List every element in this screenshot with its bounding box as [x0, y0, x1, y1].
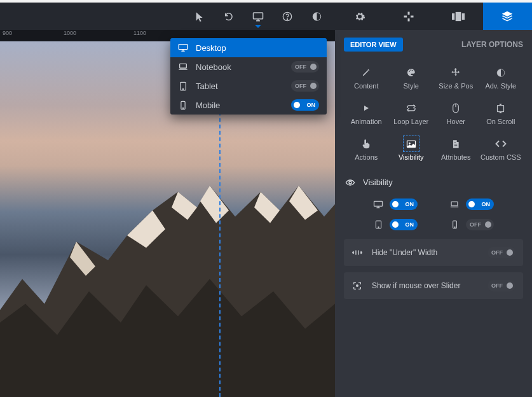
mobile-icon — [449, 219, 460, 230]
eye-icon — [345, 179, 355, 186]
pencil-icon — [360, 67, 372, 78]
panel-header: EDITOR VIEW LAYER OPTIONS — [344, 38, 523, 52]
layer-options-label[interactable]: LAYER OPTIONS — [461, 40, 523, 49]
mountain-image — [0, 148, 335, 397]
svg-rect-24 — [451, 202, 458, 205]
grid-actions[interactable]: Actions — [344, 132, 389, 167]
svg-rect-8 — [452, 13, 454, 20]
svg-rect-19 — [498, 105, 504, 111]
laptop-icon — [178, 63, 188, 71]
toggle-tablet[interactable]: OFF — [291, 80, 319, 92]
editor-view-badge[interactable]: EDITOR VIEW — [344, 38, 403, 52]
visibility-row-2: ON OFF — [344, 219, 523, 230]
svg-point-26 — [378, 227, 378, 228]
svg-rect-4 — [408, 11, 410, 15]
cursor-tool-icon[interactable] — [194, 11, 205, 22]
toggle-notebook[interactable]: OFF — [291, 61, 319, 73]
help-icon[interactable] — [282, 11, 293, 22]
tab-layers[interactable] — [483, 3, 533, 30]
svg-rect-5 — [408, 18, 410, 22]
grid-looplayer[interactable]: Loop Layer — [389, 96, 434, 132]
vis-tablet: ON — [373, 219, 418, 230]
grid-onscroll[interactable]: On Scroll — [479, 96, 524, 132]
svg-rect-7 — [411, 15, 414, 17]
target-icon — [351, 280, 363, 291]
viewport-icon[interactable] — [252, 11, 264, 22]
tablet-icon — [178, 81, 188, 91]
mouse-icon — [450, 102, 461, 114]
code-icon — [495, 138, 507, 150]
grid-attributes[interactable]: Attributes — [433, 132, 479, 167]
toggle-vis-desktop[interactable]: ON — [390, 198, 418, 210]
grid-advstyle[interactable]: Adv. Style — [479, 60, 524, 96]
visibility-row-1: ON ON — [344, 198, 523, 210]
toggle-hide-under[interactable]: OFF — [488, 247, 515, 258]
tab-settings[interactable] — [335, 3, 385, 30]
grid-content[interactable]: Content — [344, 60, 389, 96]
viewport-dropdown: Desktop Notebook OFF Tablet OFF Mobile O… — [170, 38, 327, 115]
file-icon — [450, 138, 461, 150]
section-visibility-header: Visibility — [345, 178, 523, 187]
svg-rect-12 — [180, 64, 187, 68]
contrast-icon — [495, 67, 507, 78]
ruler-tick: 900 — [3, 30, 12, 36]
dropdown-item-mobile[interactable]: Mobile ON — [170, 95, 327, 115]
svg-point-2 — [287, 18, 287, 19]
dropdown-label: Desktop — [196, 43, 319, 53]
toggle-vis-tablet[interactable]: ON — [390, 219, 418, 230]
top-bar — [0, 0, 532, 30]
mobile-icon — [178, 101, 188, 110]
grid-visibility[interactable]: Visibility — [389, 132, 434, 167]
image-icon — [406, 138, 417, 150]
dropdown-label: Notebook — [196, 62, 283, 72]
desktop-icon — [373, 199, 383, 209]
palette-icon — [406, 67, 417, 78]
move-icon — [450, 67, 461, 78]
toggle-vis-mobile[interactable]: OFF — [466, 219, 494, 230]
laptop-icon — [449, 199, 460, 209]
ruler-tick: 1100 — [133, 30, 146, 36]
svg-point-28 — [454, 227, 454, 228]
section-title: Visibility — [363, 178, 393, 187]
svg-point-22 — [349, 181, 351, 184]
right-panel: EDITOR VIEW LAYER OPTIONS Content Style … — [335, 30, 532, 397]
option-hide-under: Hide "Under" Width OFF — [344, 239, 523, 266]
toggle-mouse-over[interactable]: OFF — [488, 280, 515, 291]
loop-icon — [406, 102, 417, 114]
svg-point-21 — [409, 142, 411, 144]
ruler-tick: 1000 — [64, 30, 76, 36]
vis-mobile: OFF — [449, 219, 494, 230]
svg-rect-10 — [461, 13, 464, 20]
play-icon — [360, 102, 372, 114]
desktop-icon — [178, 43, 188, 52]
main-tabs — [335, 3, 532, 30]
option-label: Show if mouse over Slider — [372, 281, 479, 290]
toolbar-left — [0, 3, 335, 30]
toggle-mobile[interactable]: ON — [291, 99, 319, 111]
grid-sizepos[interactable]: Size & Pos — [433, 60, 479, 96]
dropdown-item-notebook[interactable]: Notebook OFF — [170, 57, 327, 76]
dropdown-label: Mobile — [196, 101, 283, 110]
svg-point-14 — [182, 88, 183, 89]
tablet-icon — [373, 219, 383, 230]
svg-rect-9 — [455, 11, 461, 20]
toggle-vis-laptop[interactable]: ON — [466, 198, 494, 210]
grid-animation[interactable]: Animation — [344, 96, 389, 132]
grid-hover[interactable]: Hover — [433, 96, 479, 132]
tab-slides[interactable] — [433, 3, 483, 30]
option-mouse-over: Show if mouse over Slider OFF — [344, 272, 523, 299]
grid-customcss[interactable]: Custom CSS — [479, 132, 524, 167]
svg-rect-6 — [404, 15, 407, 17]
finger-icon — [360, 138, 372, 150]
dropdown-item-tablet[interactable]: Tablet OFF — [170, 76, 327, 95]
dropdown-label: Tablet — [196, 81, 283, 91]
undo-icon[interactable] — [223, 11, 235, 22]
option-label: Hide "Under" Width — [372, 248, 479, 257]
svg-point-16 — [182, 108, 183, 108]
tab-navigation[interactable] — [385, 3, 434, 30]
property-grid: Content Style Size & Pos Adv. Style Anim… — [344, 60, 523, 167]
dropdown-item-desktop[interactable]: Desktop — [170, 38, 327, 57]
grid-style[interactable]: Style — [389, 60, 434, 96]
svg-rect-23 — [374, 201, 383, 206]
contrast-icon[interactable] — [311, 11, 322, 22]
